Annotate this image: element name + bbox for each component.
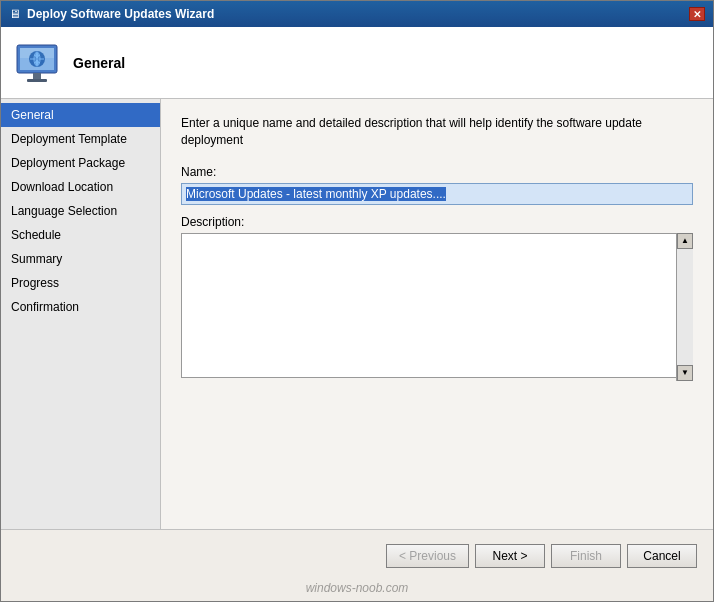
title-bar-icon: 🖥 [9,7,21,21]
sidebar-item-deployment-template[interactable]: Deployment Template [1,127,160,151]
sidebar-item-general[interactable]: General [1,103,160,127]
sidebar-item-language-selection[interactable]: Language Selection [1,199,160,223]
name-field-group: Name: [181,165,693,205]
description-field-group: Description: ▲ ▼ [181,215,693,381]
description-label: Description: [181,215,693,229]
footer-bar: < Previous Next > Finish Cancel [1,529,713,581]
scrollbar-down-btn[interactable]: ▼ [677,365,693,381]
main-description: Enter a unique name and detailed descrip… [181,115,693,149]
scrollbar-track [677,249,693,365]
main-panel: Enter a unique name and detailed descrip… [161,99,713,529]
svg-rect-3 [33,73,41,79]
wizard-header-icon [13,39,61,87]
sidebar-item-download-location[interactable]: Download Location [1,175,160,199]
next-button[interactable]: Next > [475,544,545,568]
sidebar-item-confirmation[interactable]: Confirmation [1,295,160,319]
header-bar: General [1,27,713,99]
title-bar: 🖥 Deploy Software Updates Wizard ✕ [1,1,713,27]
description-scrollbar[interactable]: ▲ ▼ [676,233,693,381]
svg-rect-4 [27,79,47,82]
sidebar-item-schedule[interactable]: Schedule [1,223,160,247]
watermark: windows-noob.com [1,581,713,601]
sidebar-item-deployment-package[interactable]: Deployment Package [1,151,160,175]
name-label: Name: [181,165,693,179]
window-title: Deploy Software Updates Wizard [27,7,214,21]
cancel-button[interactable]: Cancel [627,544,697,568]
name-input[interactable] [181,183,693,205]
description-textarea-wrapper: ▲ ▼ [181,233,693,381]
content-area: General Deployment Template Deployment P… [1,99,713,529]
scrollbar-up-btn[interactable]: ▲ [677,233,693,249]
title-bar-left: 🖥 Deploy Software Updates Wizard [9,7,214,21]
sidebar-item-progress[interactable]: Progress [1,271,160,295]
finish-button[interactable]: Finish [551,544,621,568]
footer-container: < Previous Next > Finish Cancel windows-… [1,529,713,601]
header-title: General [73,55,125,71]
sidebar-item-summary[interactable]: Summary [1,247,160,271]
description-textarea[interactable] [181,233,693,378]
wizard-window: 🖥 Deploy Software Updates Wizard ✕ Gener… [0,0,714,602]
previous-button[interactable]: < Previous [386,544,469,568]
close-button[interactable]: ✕ [689,7,705,21]
sidebar: General Deployment Template Deployment P… [1,99,161,529]
